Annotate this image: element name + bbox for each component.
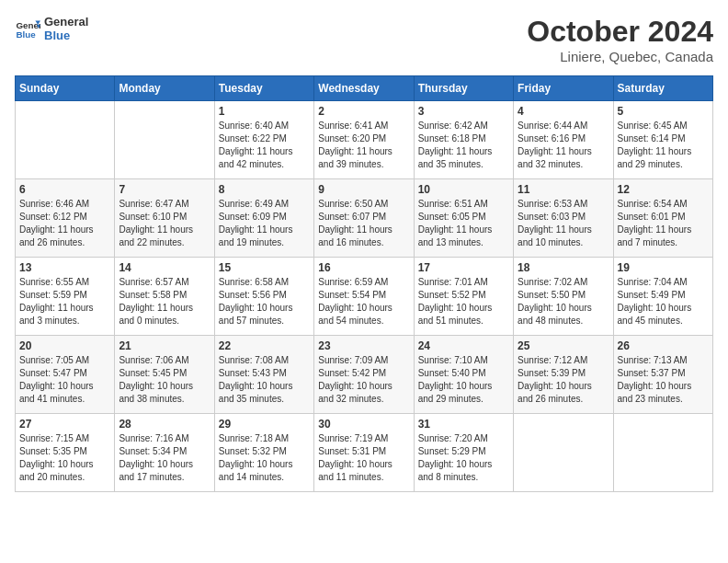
- calendar-subtitle: Liniere, Quebec, Canada: [527, 49, 713, 64]
- logo-icon: General Blue: [15, 16, 40, 41]
- title-block: October 2024 Liniere, Quebec, Canada: [527, 15, 713, 64]
- calendar-cell: 13Sunrise: 6:55 AMSunset: 5:59 PMDayligh…: [16, 258, 115, 336]
- day-number: 3: [418, 105, 509, 118]
- calendar-cell: 21Sunrise: 7:06 AMSunset: 5:45 PMDayligh…: [115, 336, 214, 414]
- day-info: Sunrise: 7:10 AMSunset: 5:40 PMDaylight:…: [418, 354, 509, 406]
- day-info: Sunrise: 6:54 AMSunset: 6:01 PMDaylight:…: [618, 198, 709, 249]
- calendar-cell: 17Sunrise: 7:01 AMSunset: 5:52 PMDayligh…: [414, 258, 513, 336]
- calendar-week-row: 13Sunrise: 6:55 AMSunset: 5:59 PMDayligh…: [16, 258, 713, 336]
- calendar-cell: 7Sunrise: 6:47 AMSunset: 6:10 PMDaylight…: [115, 179, 214, 258]
- day-info: Sunrise: 6:57 AMSunset: 5:58 PMDaylight:…: [119, 276, 210, 327]
- calendar-week-row: 27Sunrise: 7:15 AMSunset: 5:35 PMDayligh…: [16, 414, 713, 492]
- day-number: 14: [119, 261, 210, 274]
- calendar-cell: [115, 101, 214, 179]
- day-info: Sunrise: 6:58 AMSunset: 5:56 PMDaylight:…: [219, 276, 310, 327]
- page-header: General Blue General Blue October 2024 L…: [15, 15, 713, 64]
- day-number: 26: [618, 339, 709, 352]
- calendar-title: October 2024: [527, 15, 713, 49]
- day-info: Sunrise: 7:02 AMSunset: 5:50 PMDaylight:…: [518, 276, 609, 327]
- calendar-cell: 25Sunrise: 7:12 AMSunset: 5:39 PMDayligh…: [514, 336, 613, 414]
- day-number: 8: [219, 183, 310, 196]
- day-info: Sunrise: 6:45 AMSunset: 6:14 PMDaylight:…: [618, 120, 709, 171]
- day-info: Sunrise: 7:13 AMSunset: 5:37 PMDaylight:…: [618, 354, 709, 406]
- calendar-cell: 4Sunrise: 6:44 AMSunset: 6:16 PMDaylight…: [514, 101, 613, 179]
- day-number: 19: [618, 261, 709, 274]
- calendar-cell: 22Sunrise: 7:08 AMSunset: 5:43 PMDayligh…: [214, 336, 313, 414]
- day-info: Sunrise: 7:06 AMSunset: 5:45 PMDaylight:…: [119, 354, 210, 406]
- day-info: Sunrise: 7:15 AMSunset: 5:35 PMDaylight:…: [19, 432, 110, 484]
- day-info: Sunrise: 6:49 AMSunset: 6:09 PMDaylight:…: [219, 198, 310, 249]
- day-number: 30: [318, 418, 409, 431]
- day-number: 2: [318, 105, 409, 118]
- day-number: 18: [518, 261, 609, 274]
- day-info: Sunrise: 6:47 AMSunset: 6:10 PMDaylight:…: [119, 198, 210, 249]
- day-number: 22: [219, 339, 310, 352]
- calendar-cell: 20Sunrise: 7:05 AMSunset: 5:47 PMDayligh…: [16, 336, 115, 414]
- day-info: Sunrise: 7:19 AMSunset: 5:31 PMDaylight:…: [318, 432, 409, 484]
- day-number: 16: [318, 261, 409, 274]
- day-info: Sunrise: 6:46 AMSunset: 6:12 PMDaylight:…: [19, 198, 110, 249]
- day-info: Sunrise: 7:04 AMSunset: 5:49 PMDaylight:…: [618, 276, 709, 327]
- calendar-cell: 26Sunrise: 7:13 AMSunset: 5:37 PMDayligh…: [613, 336, 712, 414]
- calendar-cell: 12Sunrise: 6:54 AMSunset: 6:01 PMDayligh…: [613, 179, 712, 258]
- day-number: 6: [19, 183, 110, 196]
- calendar-cell: 14Sunrise: 6:57 AMSunset: 5:58 PMDayligh…: [115, 258, 214, 336]
- calendar-week-row: 1Sunrise: 6:40 AMSunset: 6:22 PMDaylight…: [16, 101, 713, 179]
- calendar-cell: 15Sunrise: 6:58 AMSunset: 5:56 PMDayligh…: [214, 258, 313, 336]
- day-number: 9: [318, 183, 409, 196]
- logo: General Blue General Blue: [15, 15, 88, 42]
- day-info: Sunrise: 7:05 AMSunset: 5:47 PMDaylight:…: [19, 354, 110, 406]
- calendar-cell: 9Sunrise: 6:50 AMSunset: 6:07 PMDaylight…: [314, 179, 414, 258]
- day-number: 24: [418, 339, 509, 352]
- calendar-cell: 8Sunrise: 6:49 AMSunset: 6:09 PMDaylight…: [214, 179, 313, 258]
- svg-text:Blue: Blue: [16, 29, 36, 40]
- day-number: 31: [418, 418, 509, 431]
- day-info: Sunrise: 6:44 AMSunset: 6:16 PMDaylight:…: [518, 120, 609, 171]
- day-number: 15: [219, 261, 310, 274]
- day-info: Sunrise: 6:51 AMSunset: 6:05 PMDaylight:…: [418, 198, 509, 249]
- calendar-table: SundayMondayTuesdayWednesdayThursdayFrid…: [15, 75, 713, 492]
- calendar-cell: 30Sunrise: 7:19 AMSunset: 5:31 PMDayligh…: [314, 414, 414, 492]
- calendar-cell: 31Sunrise: 7:20 AMSunset: 5:29 PMDayligh…: [414, 414, 513, 492]
- calendar-cell: 5Sunrise: 6:45 AMSunset: 6:14 PMDaylight…: [613, 101, 712, 179]
- calendar-cell: [514, 414, 613, 492]
- weekday-header: Wednesday: [314, 76, 414, 101]
- day-number: 13: [19, 261, 110, 274]
- weekday-header: Saturday: [613, 76, 712, 101]
- day-info: Sunrise: 6:41 AMSunset: 6:20 PMDaylight:…: [318, 120, 409, 171]
- calendar-cell: 10Sunrise: 6:51 AMSunset: 6:05 PMDayligh…: [414, 179, 513, 258]
- day-number: 7: [119, 183, 210, 196]
- calendar-cell: 11Sunrise: 6:53 AMSunset: 6:03 PMDayligh…: [514, 179, 613, 258]
- weekday-header: Thursday: [414, 76, 513, 101]
- calendar-cell: 19Sunrise: 7:04 AMSunset: 5:49 PMDayligh…: [613, 258, 712, 336]
- day-number: 5: [618, 105, 709, 118]
- day-number: 20: [19, 339, 110, 352]
- weekday-header-row: SundayMondayTuesdayWednesdayThursdayFrid…: [16, 76, 713, 101]
- day-number: 1: [219, 105, 310, 118]
- day-info: Sunrise: 7:16 AMSunset: 5:34 PMDaylight:…: [119, 432, 210, 484]
- calendar-cell: 27Sunrise: 7:15 AMSunset: 5:35 PMDayligh…: [16, 414, 115, 492]
- logo-line2: Blue: [44, 29, 88, 42]
- calendar-cell: 24Sunrise: 7:10 AMSunset: 5:40 PMDayligh…: [414, 336, 513, 414]
- day-number: 25: [518, 339, 609, 352]
- day-info: Sunrise: 7:01 AMSunset: 5:52 PMDaylight:…: [418, 276, 509, 327]
- weekday-header: Friday: [514, 76, 613, 101]
- calendar-cell: 29Sunrise: 7:18 AMSunset: 5:32 PMDayligh…: [214, 414, 313, 492]
- calendar-cell: 18Sunrise: 7:02 AMSunset: 5:50 PMDayligh…: [514, 258, 613, 336]
- day-info: Sunrise: 6:40 AMSunset: 6:22 PMDaylight:…: [219, 120, 310, 171]
- calendar-cell: [16, 101, 115, 179]
- day-number: 17: [418, 261, 509, 274]
- day-info: Sunrise: 7:18 AMSunset: 5:32 PMDaylight:…: [219, 432, 310, 484]
- calendar-week-row: 6Sunrise: 6:46 AMSunset: 6:12 PMDaylight…: [16, 179, 713, 258]
- calendar-cell: 6Sunrise: 6:46 AMSunset: 6:12 PMDaylight…: [16, 179, 115, 258]
- day-info: Sunrise: 6:50 AMSunset: 6:07 PMDaylight:…: [318, 198, 409, 249]
- day-info: Sunrise: 6:59 AMSunset: 5:54 PMDaylight:…: [318, 276, 409, 327]
- day-number: 29: [219, 418, 310, 431]
- calendar-week-row: 20Sunrise: 7:05 AMSunset: 5:47 PMDayligh…: [16, 336, 713, 414]
- calendar-cell: 23Sunrise: 7:09 AMSunset: 5:42 PMDayligh…: [314, 336, 414, 414]
- weekday-header: Monday: [115, 76, 214, 101]
- day-number: 4: [518, 105, 609, 118]
- day-number: 12: [618, 183, 709, 196]
- day-number: 10: [418, 183, 509, 196]
- day-number: 11: [518, 183, 609, 196]
